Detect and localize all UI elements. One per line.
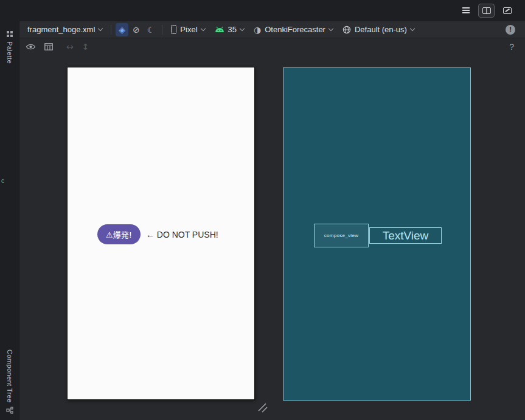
issues-indicator[interactable]: ! bbox=[506, 25, 515, 35]
blueprint-surface[interactable]: compose_view TextView bbox=[283, 67, 471, 401]
surface-toolbar: ↔ ↕ ? bbox=[19, 38, 525, 55]
component-tree-label: Component Tree bbox=[6, 349, 13, 403]
pan-vertical-button[interactable]: ↕ bbox=[82, 42, 89, 52]
no-device-frame-button[interactable]: ⊘ bbox=[130, 23, 143, 36]
file-name: fragment_hoge.xml bbox=[27, 25, 95, 34]
eye-icon bbox=[26, 43, 36, 50]
chevron-down-icon bbox=[329, 26, 333, 30]
do-not-push-label[interactable]: ← DO NOT PUSH! bbox=[146, 230, 218, 239]
window-top-bar bbox=[0, 0, 525, 21]
locale-dropdown[interactable]: Default (en-us) bbox=[338, 23, 419, 36]
theme-icon: ◑ bbox=[254, 26, 261, 34]
code-view-button[interactable] bbox=[457, 4, 474, 18]
preview-content-row: ⚠爆発! ← DO NOT PUSH! bbox=[97, 224, 218, 244]
sidebar-item-palette[interactable]: Palette bbox=[0, 30, 19, 64]
file-tab-dropdown[interactable]: fragment_hoge.xml bbox=[23, 23, 106, 36]
compose-view-label: compose_view bbox=[324, 233, 359, 238]
phone-icon bbox=[171, 25, 176, 34]
code-view-icon bbox=[462, 7, 470, 13]
device-dropdown[interactable]: Pixel bbox=[167, 23, 209, 36]
night-mode-icon: ☾ bbox=[147, 26, 155, 34]
component-tree-icon bbox=[6, 407, 13, 414]
table-icon bbox=[44, 43, 53, 50]
palette-icon bbox=[6, 30, 13, 38]
pan-horizontal-button[interactable]: ↔ bbox=[66, 42, 74, 52]
view-options-button[interactable] bbox=[26, 43, 36, 50]
compose-view-component[interactable]: compose_view bbox=[314, 224, 369, 247]
chevron-down-icon bbox=[410, 26, 415, 30]
stripe-marker: c bbox=[1, 177, 4, 184]
chevron-down-icon bbox=[98, 26, 103, 30]
globe-icon bbox=[342, 26, 351, 34]
layout-editor-window: Palette c Component Tree fragment_hoge.x… bbox=[0, 0, 525, 420]
pan-vertical-icon: ↕ bbox=[82, 42, 89, 52]
no-frame-icon: ⊘ bbox=[133, 26, 140, 34]
design-view-icon bbox=[503, 7, 512, 14]
help-button[interactable]: ? bbox=[509, 42, 514, 52]
chevron-down-icon bbox=[200, 26, 205, 30]
layers-icon: ◈ bbox=[119, 26, 125, 34]
night-mode-button[interactable]: ☾ bbox=[144, 23, 158, 36]
sidebar-item-component-tree[interactable]: Component Tree bbox=[0, 349, 19, 414]
api-level-dropdown[interactable]: 35 bbox=[210, 23, 248, 36]
theme-dropdown[interactable]: ◑ OtenkiForecaster bbox=[249, 23, 337, 36]
pan-horizontal-icon: ↔ bbox=[66, 42, 74, 52]
toolbar-divider bbox=[111, 25, 111, 35]
design-surface-mode-button[interactable]: ◈ bbox=[116, 23, 128, 36]
api-level: 35 bbox=[228, 25, 237, 34]
split-view-icon bbox=[482, 7, 491, 14]
locale-name: Default (en-us) bbox=[355, 25, 407, 34]
design-toolbar: fragment_hoge.xml ◈ ⊘ ☾ Pixel 35 bbox=[19, 21, 525, 38]
palette-label: Palette bbox=[6, 41, 13, 64]
split-view-button[interactable] bbox=[478, 4, 495, 18]
toolbar-divider bbox=[162, 25, 162, 35]
system-ui-toggle-button[interactable] bbox=[44, 43, 53, 50]
textview-component[interactable]: TextView bbox=[369, 227, 442, 244]
android-icon bbox=[215, 26, 224, 33]
theme-name: OtenkiForecaster bbox=[265, 25, 325, 34]
resize-handle[interactable] bbox=[257, 402, 269, 414]
explosion-button[interactable]: ⚠爆発! bbox=[97, 224, 141, 244]
design-view-button[interactable] bbox=[499, 4, 515, 18]
chevron-down-icon bbox=[240, 26, 245, 30]
design-preview-surface[interactable]: ⚠爆発! ← DO NOT PUSH! bbox=[67, 67, 255, 400]
device-name: Pixel bbox=[180, 25, 197, 34]
textview-label: TextView bbox=[383, 229, 429, 243]
left-tool-stripe: Palette c Component Tree bbox=[0, 21, 19, 420]
